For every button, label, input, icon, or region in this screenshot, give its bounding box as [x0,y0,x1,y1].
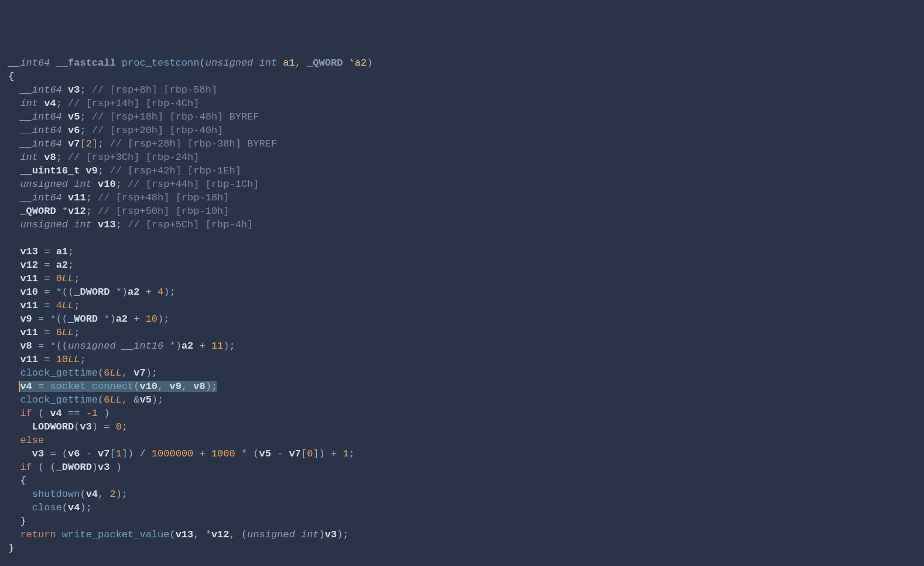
highlighted-line[interactable]: v4 = socket_connect(v10, v9, v8); [20,381,217,392]
type: unsigned int [206,57,277,69]
param: a1 [283,57,295,69]
function-name: proc_testconn [122,57,200,69]
type: _QWORD [307,57,343,69]
code-view: __int64 __fastcall proc_testconn(unsigne… [8,56,916,555]
calling-convention: __fastcall [56,57,116,69]
param: a2 [355,57,367,69]
comment: // [rsp+8h] [rbp-58h] [92,84,217,96]
type: __int64 [8,57,50,69]
